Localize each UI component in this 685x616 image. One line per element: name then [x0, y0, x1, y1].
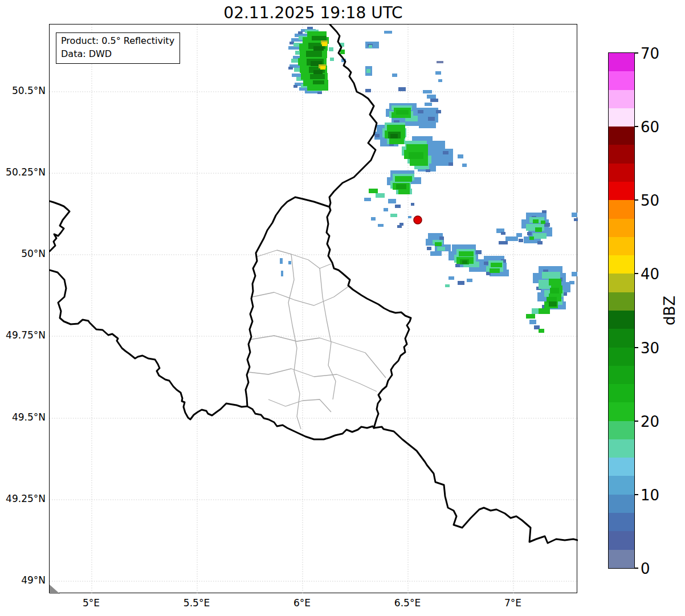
radar-echo	[307, 86, 328, 91]
radar-echo	[455, 264, 460, 267]
radar-echo	[395, 176, 412, 182]
radar-echo	[462, 260, 467, 264]
colorbar-tick-mark	[634, 52, 638, 54]
radar-echo	[476, 250, 482, 254]
radar-echo	[395, 205, 401, 208]
radar-echo	[364, 198, 371, 201]
radar-echo	[399, 223, 403, 226]
y-tick-label: 50.25°N	[1, 166, 46, 178]
radar-echo	[459, 251, 474, 256]
radar-echo	[542, 210, 547, 213]
product-info-line1: Product: 0.5° Reflectivity	[61, 35, 174, 48]
colorbar-axis-label: dBZ	[661, 296, 678, 325]
y-tick-label: 50.5°N	[1, 85, 46, 96]
colorbar-segment	[609, 164, 634, 182]
radar-echo	[427, 247, 431, 250]
radar-echo	[467, 279, 472, 282]
colorbar-tick-label: 50	[641, 193, 659, 208]
radar-echo	[519, 239, 523, 242]
radar-echo	[423, 90, 432, 93]
colorbar-segment	[609, 329, 634, 347]
country-border	[329, 25, 377, 207]
colorbar-segment	[609, 384, 634, 402]
radar-echo	[392, 74, 397, 77]
district-border	[256, 250, 331, 268]
colorbar-segment	[609, 348, 634, 366]
radar-echo	[527, 232, 532, 235]
radar-echo	[280, 258, 283, 264]
radar-echo	[369, 189, 378, 193]
radar-echo	[378, 224, 384, 227]
radar-echo	[387, 125, 405, 130]
radar-echo	[290, 42, 294, 44]
radar-echo	[443, 151, 448, 154]
colorbar-segment	[609, 127, 634, 145]
colorbar-segment	[609, 421, 634, 439]
radar-echo	[542, 272, 560, 279]
radar-echo	[288, 261, 291, 264]
colorbar-segment	[609, 200, 634, 218]
colorbar-segment	[609, 90, 634, 108]
radar-echo	[529, 236, 534, 240]
colorbar-segment	[609, 145, 634, 163]
radar-echo	[438, 79, 442, 82]
radar-echo	[310, 74, 325, 79]
radar-echo	[320, 66, 325, 70]
x-tick-label: 6°E	[276, 597, 328, 609]
radar-echo	[418, 110, 423, 113]
colorbar-segment	[609, 495, 634, 513]
y-tick-label: 49.5°N	[1, 411, 46, 423]
radar-echo	[534, 325, 540, 329]
y-tick-label: 49°N	[1, 574, 46, 586]
product-info-box: Product: 0.5° Reflectivity Data: DWD	[56, 32, 180, 64]
colorbar-segment	[609, 274, 634, 292]
radar-echo	[371, 217, 376, 221]
radar-echo	[458, 154, 463, 158]
colorbar-segment	[609, 71, 634, 89]
radar-echo	[428, 117, 435, 121]
radar-echo	[490, 268, 500, 273]
radar-echo	[430, 251, 442, 256]
radar-echo	[388, 199, 396, 203]
colorbar-segment	[609, 311, 634, 329]
colorbar-segment	[609, 513, 634, 531]
radar-echo	[398, 87, 406, 91]
radar-echo	[409, 152, 423, 159]
district-border	[320, 268, 336, 399]
radar-echo	[307, 27, 313, 29]
product-info-line2: Data: DWD	[61, 48, 174, 61]
x-tick-label: 6.5°E	[382, 597, 433, 609]
district-border	[252, 287, 348, 305]
radar-echo	[369, 45, 372, 48]
radar-echo	[499, 241, 508, 244]
radar-echo	[329, 47, 333, 51]
colorbar-segment	[609, 182, 634, 200]
radar-echo	[448, 162, 453, 166]
country-border	[50, 201, 70, 251]
radar-echo	[390, 214, 397, 217]
radar-echo	[533, 219, 539, 223]
colorbar-tick-label: 10	[641, 488, 659, 503]
x-tick-label: 5°E	[66, 597, 117, 609]
radar-echo	[411, 203, 414, 206]
radar-echo	[365, 89, 371, 92]
colorbar-segment	[609, 458, 634, 476]
colorbar-tick-label: 0	[641, 561, 650, 576]
radar-echo	[437, 247, 445, 251]
radar-echo	[410, 159, 428, 166]
colorbar-segment	[609, 255, 634, 274]
radar-echo	[428, 149, 453, 158]
country-border	[374, 427, 578, 543]
colorbar-segment	[609, 531, 634, 549]
y-tick-label: 49.75°N	[1, 329, 46, 341]
page-title: 02.11.2025 19:18 UTC	[49, 3, 577, 22]
radar-echo	[419, 123, 436, 128]
colorbar-tick-label: 20	[641, 414, 659, 429]
radar-echo	[366, 69, 370, 73]
colorbar-segment	[609, 476, 634, 494]
radar-echo	[501, 232, 505, 235]
map-canvas	[50, 25, 578, 594]
radar-echo	[436, 110, 441, 113]
radar-echo	[375, 134, 380, 137]
radar-echo	[529, 320, 536, 324]
